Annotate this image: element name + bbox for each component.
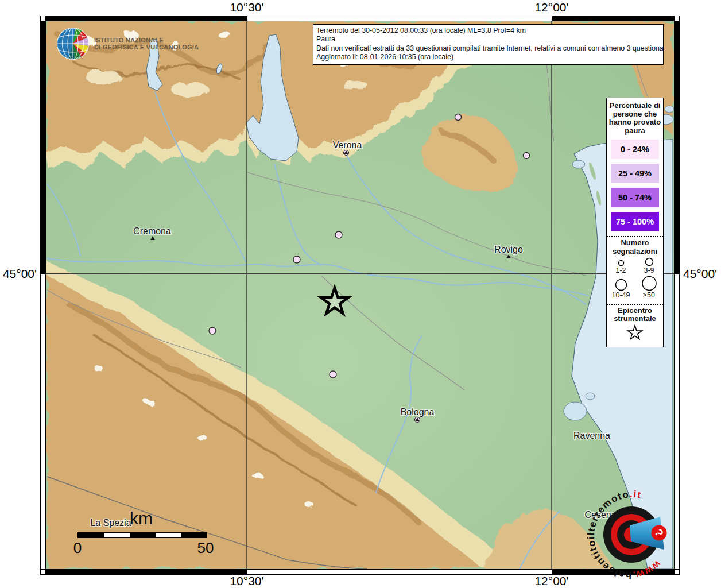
report-size-item: 3-9 [635, 257, 663, 274]
legend-star-icon [625, 324, 645, 341]
info-line-event: Terremoto del 30-05-2012 08:00:33 (ora l… [316, 26, 660, 35]
city-label: La Spezia [90, 518, 131, 528]
epicenter-legend-title: Epicentro strumentale [607, 307, 663, 323]
info-line-paura: Paura [316, 35, 660, 44]
city-label: Bologna [401, 407, 435, 417]
lon-label-bottom-1: 10°30' [230, 574, 263, 588]
ingv-globe-icon [56, 27, 90, 60]
frame-corner [40, 569, 46, 575]
frame-corner [40, 16, 46, 21]
report-size-item: 1-2 [607, 257, 635, 274]
report-point [330, 371, 336, 378]
info-line-data: Dati non verificati estratti da 33 quest… [316, 44, 660, 53]
report-sizes: 1-23-910-49≥50 [607, 257, 663, 299]
fear-legend-title: Percentuale di persone che hanno provato… [607, 102, 663, 135]
ingv-name-line2: DI GEOFISICA E VULCANOLOGIA [94, 44, 199, 51]
scalebar-end: 50 [197, 539, 214, 557]
report-point [335, 231, 342, 238]
frame-top [40, 16, 680, 21]
fear-class-swatch: 75 - 100% [611, 212, 659, 231]
lat-label-left: 45°00' [1, 267, 37, 281]
lon-label-top-1: 10°30' [230, 1, 263, 14]
frame-left [40, 16, 46, 575]
ingv-logo: ISTITUTO NAZIONALE DI GEOFISICA E VULCAN… [56, 27, 199, 60]
report-point [524, 153, 530, 159]
ingv-name-line1: ISTITUTO NAZIONALE [94, 37, 199, 44]
city-label: Rovigo [494, 245, 523, 254]
info-line-updated: Aggiornato il: 08-01-2026 10:35 (ora loc… [316, 53, 660, 61]
city-label: Verona [333, 140, 362, 150]
legend-separator [607, 304, 663, 305]
legend-separator [607, 236, 663, 237]
scalebar-unit: km [130, 509, 153, 528]
lon-label-top-2: 12°00' [534, 1, 568, 14]
city-label: Cremona [133, 226, 171, 236]
lon-label-bottom-2: 12°00' [534, 574, 568, 588]
report-size-item: 10-49 [607, 275, 635, 299]
scalebar-start: 0 [73, 539, 82, 557]
fear-class-swatch: 0 - 24% [611, 140, 659, 159]
city-label: Ravenna [573, 431, 610, 440]
report-point [209, 327, 216, 334]
report-size-item: ≥50 [635, 275, 663, 299]
report-point [455, 114, 462, 121]
reports-legend-title: Numero segnalazioni [607, 239, 663, 256]
map-legend: Percentuale di persone che hanno provato… [606, 98, 664, 347]
lat-label-right: 45°00' [683, 267, 717, 281]
fear-class-swatch: 25 - 49% [611, 164, 659, 183]
fear-classes: 0 - 24%25 - 49%50 - 74%75 - 100% [607, 140, 663, 231]
earthquake-info-box: Terremoto del 30-05-2012 08:00:33 (ora l… [313, 24, 664, 65]
fear-class-swatch: 50 - 74% [611, 188, 659, 207]
haisentitoilterremoto-logo[interactable]: ? www.haisentitoilterremoto.it [579, 482, 684, 587]
report-point [293, 256, 300, 263]
haisentito-map-screenshot: VeronaCremonaRovigoBolognaRavennaLa Spez… [0, 0, 721, 588]
frame-corner [674, 16, 680, 21]
scalebar [77, 532, 207, 538]
